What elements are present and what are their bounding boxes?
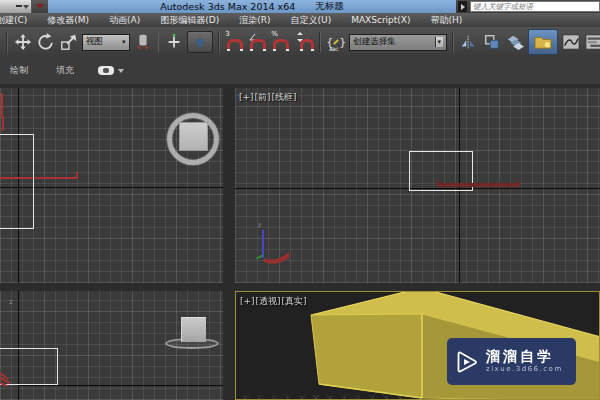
search-arrow-button[interactable]	[458, 1, 467, 12]
graphite-ribbon-toggle[interactable]	[528, 29, 558, 55]
watermark-url: zixue.3d66.com	[486, 366, 563, 374]
menu-create[interactable]: 创建(C)	[0, 13, 37, 27]
selected-rectangle-shape	[0, 134, 34, 229]
red-spline-end-tick	[518, 180, 520, 187]
workspace-dropdown-button[interactable]	[32, 0, 48, 13]
search-input[interactable]	[470, 1, 600, 12]
viewport-view-button[interactable]: [前]	[255, 92, 271, 102]
menu-customize[interactable]: 自定义(U)	[281, 13, 342, 27]
menu-modifiers[interactable]: 修改器(M)	[37, 13, 99, 27]
percent-label: %	[271, 31, 278, 38]
viewport-shading-button[interactable]: [真实]	[282, 296, 307, 306]
menu-help[interactable]: 帮助(H)	[421, 13, 473, 27]
menu-rendering[interactable]: 渲染(R)	[229, 13, 280, 27]
populate-flow-icon[interactable]	[98, 66, 114, 75]
red-spline-front	[437, 183, 520, 187]
menu-bar: 创建(C) 修改器(M) 动画(A) 图形编辑器(D) 渲染(R) 自定义(U)…	[0, 13, 600, 28]
watermark-brand: 溜溜自学	[486, 349, 563, 364]
select-and-manipulate-icon[interactable]	[164, 32, 184, 52]
use-pivot-center-icon[interactable]	[133, 32, 153, 52]
percent-snap-icon[interactable]: %	[271, 32, 291, 52]
chevron-down-icon: ▾	[118, 38, 126, 46]
snap-3d-label: 3	[225, 31, 229, 38]
align-icon[interactable]	[482, 32, 502, 52]
red-spline-scribble	[0, 369, 14, 387]
viewport-front[interactable]: [+][前][线框] z	[235, 88, 600, 283]
viewport-view-button[interactable]: [透视]	[256, 296, 281, 306]
menu-graph-editors[interactable]: 图形编辑器(D)	[150, 13, 229, 27]
angle-snap-icon[interactable]	[248, 32, 268, 52]
toolbar-separator	[452, 32, 454, 52]
select-and-rotate-icon[interactable]	[36, 32, 56, 52]
viewport-perspective-active[interactable]: [+][透视][真实] 溜溜自学 zixue.3d66.com	[235, 291, 600, 400]
title-bar: Autodesk 3ds Max 2014 x64 无标题	[0, 0, 600, 13]
viewport-bottom-left[interactable]: z	[0, 291, 223, 400]
snap-toggle-3d-icon[interactable]: 3	[225, 32, 245, 52]
layer-manager-icon[interactable]	[505, 32, 525, 52]
box-object-top-view	[179, 122, 208, 151]
named-selection-set-dropdown[interactable]: 创建选择集 ▾	[349, 34, 447, 51]
abc-label: ABC	[329, 47, 338, 52]
reference-coordinate-value: 视图	[86, 36, 103, 48]
document-title: 无标题	[315, 0, 344, 13]
viewport-top-left[interactable]	[0, 88, 223, 283]
z-axis-label: z	[9, 298, 13, 306]
infocenter-area	[456, 0, 600, 13]
main-toolbar: 视图 ▾ 3 % {	[0, 27, 600, 58]
undo-dropdown-icon	[16, 5, 22, 7]
ribbon-tab-populate[interactable]: 填充	[42, 64, 88, 77]
app-title: Autodesk 3ds Max 2014 x64	[160, 1, 295, 12]
menu-maxscript[interactable]: MAXScript(X)	[341, 13, 420, 27]
viewport-label: [+][透视][真实]	[240, 295, 308, 308]
graphite-ribbon-strip: 绘制 填充	[0, 57, 600, 85]
select-and-scale-icon[interactable]	[59, 32, 79, 52]
toolbar-separator	[218, 32, 220, 52]
menu-animation[interactable]: 动画(A)	[99, 13, 150, 27]
box-object-side-view	[181, 317, 206, 342]
viewport-area: z [+][前][线框] z	[0, 84, 600, 400]
toolbar-separator	[319, 32, 321, 52]
chevron-down-icon: ▾	[435, 37, 444, 47]
window-title-area: Autodesk 3ds Max 2014 x64 无标题	[48, 0, 456, 13]
workspace-chevron-icon	[36, 4, 44, 9]
keyboard-override-toggle[interactable]	[187, 31, 213, 53]
viewport-label: [+][前][线框]	[239, 91, 298, 104]
world-axis-horizontal	[18, 385, 223, 386]
red-spline-segment	[2, 116, 4, 131]
viewport-menu-button[interactable]: [+]	[239, 92, 254, 102]
named-selection-set-value: 创建选择集	[353, 36, 396, 48]
curve-editor-icon[interactable]	[561, 32, 581, 52]
3dsmax-window: Autodesk 3ds Max 2014 x64 无标题 创建(C) 修改器(…	[0, 0, 600, 400]
red-spline-segment	[1, 93, 3, 117]
z-axis-label: z	[258, 221, 261, 228]
quick-access-toolbar-end[interactable]	[0, 0, 32, 13]
toolbar-separator	[6, 32, 8, 52]
dope-sheet-icon[interactable]	[584, 32, 600, 52]
mirror-icon[interactable]	[459, 32, 479, 52]
reference-coordinate-dropdown[interactable]: 视图 ▾	[82, 34, 130, 51]
ribbon-tab-object-paint[interactable]: 绘制	[0, 64, 42, 77]
edit-named-selection-icon[interactable]: { } ABC	[326, 32, 346, 52]
chevron-down-icon[interactable]	[118, 69, 124, 73]
play-logo-icon	[454, 349, 480, 375]
select-and-move-icon[interactable]	[13, 32, 33, 52]
red-swoosh-shape	[263, 250, 291, 264]
viewport-menu-button[interactable]: [+]	[240, 296, 255, 306]
spinner-snap-icon[interactable]	[294, 32, 314, 52]
toolbar-separator	[158, 32, 160, 52]
watermark: 溜溜自学 zixue.3d66.com	[447, 338, 576, 385]
red-spline-tick	[76, 172, 78, 178]
red-spline-end-tick	[437, 180, 439, 187]
chevron-down-icon	[23, 5, 29, 9]
viewport-shading-button[interactable]: [线框]	[272, 92, 297, 102]
